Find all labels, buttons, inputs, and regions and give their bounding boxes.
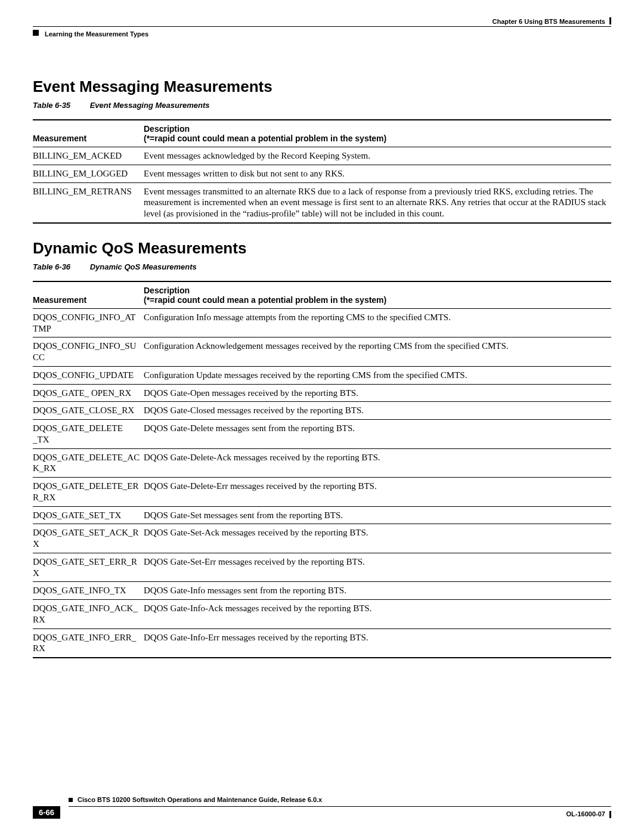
table-row: BILLING_EM_RETRANSEvent messages transmi… <box>33 182 611 223</box>
table-row: DQOS_GATE_INFO_TXDQOS Gate-Info messages… <box>33 582 611 600</box>
measurement-cell: DQOS_GATE_DELETE_ERR_RX <box>33 478 144 507</box>
footer-docnum: OL-16000-07 <box>566 810 605 817</box>
measurement-cell: BILLING_EM_LOGGED <box>33 165 144 182</box>
th-desc-line2: (*=rapid count could mean a potential pr… <box>144 295 386 305</box>
th-desc-line1: Description <box>144 124 190 134</box>
description-cell: DQOS Gate-Delete messages sent from the … <box>144 420 611 449</box>
description-cell: Configuration Acknowledgement messages r… <box>144 337 611 367</box>
description-cell: DQOS Gate-Open messages received by the … <box>144 384 611 402</box>
description-cell: Configuration Info message attempts from… <box>144 308 611 337</box>
table-row: DQOS_GATE_SET_ACK_RXDQOS Gate-Set-Ack me… <box>33 524 611 553</box>
measurement-cell: BILLING_EM_ACKED <box>33 147 144 165</box>
table-row: DQOS_GATE_ OPEN_RXDQOS Gate-Open message… <box>33 384 611 402</box>
th-description: Description (*=rapid count could mean a … <box>144 120 611 147</box>
measurement-cell: DQOS_CONFIG_INFO_ATTMP <box>33 308 144 337</box>
th-desc-line1: Description <box>144 286 190 295</box>
description-cell: Configuration Update messages received b… <box>144 366 611 384</box>
table-row: DQOS_GATE_INFO_ERR_RXDQOS Gate-Info-Err … <box>33 628 611 658</box>
section-heading-event-messaging: Event Messaging Measurements <box>33 78 611 96</box>
table-row: DQOS_CONFIG_UPDATEConfiguration Update m… <box>33 366 611 384</box>
th-measurement: Measurement <box>33 281 144 309</box>
measurement-cell: DQOS_GATE_SET_TX <box>33 506 144 524</box>
content: Event Messaging Measurements Table 6-35 … <box>33 66 611 674</box>
measurement-cell: DQOS_GATE_SET_ERR_RX <box>33 553 144 582</box>
header-crumb: Learning the Measurement Types <box>45 30 148 38</box>
section-heading-dqos: Dynamic QoS Measurements <box>33 239 611 258</box>
measurement-cell: DQOS_GATE_ OPEN_RX <box>33 384 144 402</box>
table-title: Dynamic QoS Measurements <box>90 262 197 271</box>
th-desc-line2: (*=rapid count could mean a potential pr… <box>144 134 386 143</box>
footer-square-icon <box>69 798 73 802</box>
table-row: DQOS_CONFIG_INFO_ATTMPConfiguration Info… <box>33 308 611 337</box>
th-description: Description (*=rapid count could mean a … <box>144 281 611 309</box>
table-row: DQOS_GATE_INFO_ACK_RXDQOS Gate-Info-Ack … <box>33 600 611 629</box>
table-caption-2: Table 6-36 Dynamic QoS Measurements <box>33 262 611 271</box>
description-cell: DQOS Gate-Info messages sent from the re… <box>144 582 611 600</box>
footer-vbar-icon <box>609 811 611 818</box>
table-event-messaging: Measurement Description (*=rapid count c… <box>33 119 611 224</box>
table-caption-1: Table 6-35 Event Messaging Measurements <box>33 101 611 110</box>
measurement-cell: BILLING_EM_RETRANS <box>33 182 144 223</box>
header-square-icon <box>33 30 39 36</box>
measurement-cell: DQOS_GATE_INFO_ERR_RX <box>33 628 144 658</box>
page-number: 6-66 <box>33 806 60 819</box>
description-cell: Event messages transmitted to an alterna… <box>144 182 611 223</box>
table-row: DQOS_GATE_DELETE_ERR_RXDQOS Gate-Delete-… <box>33 478 611 507</box>
description-cell: DQOS Gate-Delete-Err messages received b… <box>144 478 611 507</box>
description-cell: DQOS Gate-Delete-Ack messages received b… <box>144 448 611 478</box>
description-cell: DQOS Gate-Info-Err messages received by … <box>144 628 611 658</box>
measurement-cell: DQOS_GATE_SET_ACK_RX <box>33 524 144 553</box>
table-dqos: Measurement Description (*=rapid count c… <box>33 281 611 658</box>
table-row: DQOS_GATE_SET_TXDQOS Gate-Set messages s… <box>33 506 611 524</box>
table-row: BILLING_EM_ACKEDEvent messages acknowled… <box>33 147 611 165</box>
table-row: DQOS_GATE_SET_ERR_RXDQOS Gate-Set-Err me… <box>33 553 611 582</box>
description-cell: DQOS Gate-Set-Err messages received by t… <box>144 553 611 582</box>
measurement-cell: DQOS_GATE_INFO_TX <box>33 582 144 600</box>
table-number: Table 6-35 <box>33 101 88 110</box>
description-cell: DQOS Gate-Set-Ack messages received by t… <box>144 524 611 553</box>
description-cell: Event messages acknowledged by the Recor… <box>144 147 611 165</box>
description-cell: DQOS Gate-Info-Ack messages received by … <box>144 600 611 629</box>
table-title: Event Messaging Measurements <box>90 101 210 110</box>
measurement-cell: DQOS_GATE_CLOSE_RX <box>33 402 144 420</box>
table-row: DQOS_CONFIG_INFO_SUCCConfiguration Ackno… <box>33 337 611 367</box>
table-row: DQOS_GATE_DELETE _TXDQOS Gate-Delete mes… <box>33 420 611 449</box>
table-row: BILLING_EM_LOGGEDEvent messages written … <box>33 165 611 182</box>
footer-title: Cisco BTS 10200 Softswitch Operations an… <box>78 796 322 803</box>
table-row: DQOS_GATE_CLOSE_RXDQOS Gate-Closed messa… <box>33 402 611 420</box>
th-measurement: Measurement <box>33 120 144 147</box>
description-cell: Event messages written to disk but not s… <box>144 165 611 182</box>
measurement-cell: DQOS_CONFIG_INFO_SUCC <box>33 337 144 367</box>
header-rule <box>33 26 611 27</box>
measurement-cell: DQOS_GATE_INFO_ACK_RX <box>33 600 144 629</box>
footer-rule <box>69 806 611 807</box>
table-row: DQOS_GATE_DELETE_ACK_RXDQOS Gate-Delete-… <box>33 448 611 478</box>
measurement-cell: DQOS_CONFIG_UPDATE <box>33 366 144 384</box>
header-vbar-icon <box>609 17 611 24</box>
measurement-cell: DQOS_GATE_DELETE_ACK_RX <box>33 448 144 478</box>
measurement-cell: DQOS_GATE_DELETE _TX <box>33 420 144 449</box>
description-cell: DQOS Gate-Closed messages received by th… <box>144 402 611 420</box>
header-chapter: Chapter 6 Using BTS Measurements <box>493 18 606 25</box>
description-cell: DQOS Gate-Set messages sent from the rep… <box>144 506 611 524</box>
table-number: Table 6-36 <box>33 262 88 271</box>
